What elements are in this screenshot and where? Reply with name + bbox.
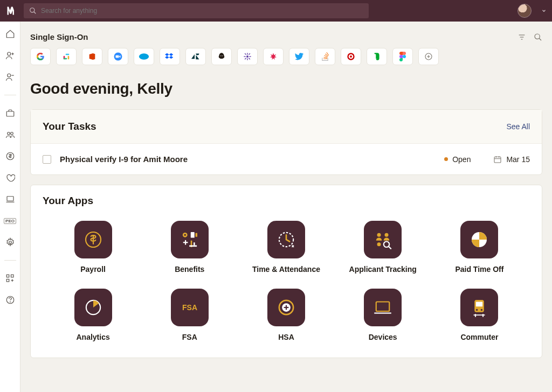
app-label: Devices (369, 333, 397, 341)
svg-rect-63 (189, 246, 197, 247)
apps-panel: Your Apps Payroll Benefits Time & Attend… (30, 185, 542, 358)
app-devices[interactable]: Devices (340, 289, 426, 341)
tasks-title: Your Tasks (43, 121, 96, 132)
app-label: FSA (182, 333, 197, 341)
svg-point-67 (385, 233, 389, 237)
svg-point-24 (535, 34, 540, 39)
svg-rect-38 (244, 56, 245, 57)
app-commuter[interactable]: Commuter (437, 289, 522, 341)
app-payroll[interactable]: Payroll (50, 221, 136, 274)
svg-rect-42 (249, 53, 250, 55)
svg-rect-51 (494, 157, 501, 163)
nav-add-person-icon[interactable] (5, 51, 15, 60)
app-label: Commuter (460, 333, 498, 341)
svg-rect-37 (247, 58, 247, 60)
svg-rect-43 (245, 58, 246, 59)
sso-google[interactable] (30, 48, 51, 65)
svg-point-13 (9, 241, 11, 244)
nav-people-icon[interactable] (5, 130, 15, 139)
app-applicant-tracking[interactable]: Applicant Tracking (340, 221, 426, 274)
sso-asterisk[interactable] (263, 48, 284, 65)
app-hsa[interactable]: HSA (243, 289, 329, 341)
calendar-icon (493, 155, 502, 164)
svg-point-5 (7, 74, 10, 77)
sso-slack[interactable] (56, 48, 77, 65)
task-date: Mar 15 (493, 155, 530, 164)
sso-zapier[interactable] (237, 48, 258, 65)
nav-money-icon[interactable] (5, 151, 15, 161)
sso-office[interactable] (82, 48, 102, 65)
svg-line-25 (539, 38, 541, 40)
svg-point-9 (10, 132, 13, 135)
greeting-text: Good evening, Kelly (30, 80, 542, 97)
nav-peo-icon[interactable]: PEO (5, 216, 15, 226)
app-fsa[interactable]: FSA FSA (147, 289, 232, 341)
svg-point-33 (220, 55, 221, 56)
task-row[interactable]: Physical verify I-9 for Amit Moore Open … (31, 144, 542, 174)
app-benefits[interactable]: Benefits (147, 221, 232, 274)
svg-rect-36 (247, 53, 247, 54)
svg-rect-40 (245, 53, 246, 55)
svg-rect-15 (11, 275, 13, 277)
nav-settings-icon[interactable] (5, 237, 15, 247)
sso-add-button[interactable] (418, 48, 439, 65)
task-status: Open (444, 155, 471, 164)
user-menu-chevron[interactable] (541, 8, 547, 13)
app-label: HSA (278, 333, 294, 341)
svg-rect-31 (116, 55, 119, 58)
svg-rect-27 (66, 54, 70, 55)
tasks-see-all-link[interactable]: See All (506, 122, 530, 131)
nav-heart-icon[interactable] (5, 173, 15, 183)
nav-help-icon[interactable] (5, 295, 15, 305)
svg-point-8 (7, 132, 10, 135)
svg-rect-39 (249, 56, 251, 57)
sso-mailchimp[interactable] (211, 48, 232, 65)
svg-rect-58 (191, 232, 195, 238)
svg-rect-64 (194, 242, 195, 245)
svg-point-2 (7, 52, 10, 55)
svg-line-1 (34, 12, 36, 14)
global-search[interactable] (24, 3, 369, 18)
sso-target[interactable] (341, 48, 361, 65)
svg-point-68 (377, 242, 381, 246)
sso-filter-icon[interactable] (518, 33, 526, 41)
svg-point-57 (184, 234, 186, 236)
sso-zoom[interactable] (108, 48, 128, 65)
svg-point-46 (350, 55, 352, 58)
svg-rect-7 (6, 111, 14, 116)
nav-remove-person-icon[interactable] (5, 72, 15, 82)
app-analytics[interactable]: Analytics (50, 289, 136, 341)
search-icon (29, 7, 37, 15)
nav-laptop-icon[interactable] (5, 194, 15, 204)
svg-rect-29 (64, 58, 67, 60)
sso-figma[interactable] (392, 48, 413, 65)
svg-point-0 (30, 8, 34, 12)
app-pto[interactable]: Paid Time Off (437, 221, 522, 274)
svg-point-32 (139, 53, 149, 60)
apps-title: Your Apps (43, 195, 530, 207)
sso-dropbox[interactable] (160, 48, 180, 65)
sso-evernote[interactable] (367, 48, 387, 65)
svg-rect-59 (195, 233, 197, 237)
search-input[interactable] (41, 7, 363, 15)
nav-apps-icon[interactable] (5, 274, 15, 283)
nav-company-icon[interactable] (5, 108, 15, 118)
app-label: Paid Time Off (455, 265, 503, 274)
sso-stackoverflow[interactable] (315, 48, 335, 65)
sso-search-icon[interactable] (534, 33, 542, 41)
svg-point-66 (377, 233, 381, 237)
nav-home-icon[interactable] (5, 29, 15, 39)
task-checkbox[interactable] (43, 155, 51, 164)
user-avatar[interactable] (518, 4, 532, 18)
sso-twitter[interactable] (289, 48, 309, 65)
brand-logo[interactable] (5, 5, 17, 17)
sso-salesforce[interactable] (134, 48, 154, 65)
svg-point-20 (10, 302, 10, 302)
svg-line-70 (389, 247, 391, 249)
sso-zendesk[interactable] (185, 48, 206, 65)
app-time-attendance[interactable]: Time & Attendance (243, 221, 329, 274)
svg-point-34 (222, 55, 223, 56)
app-label: Applicant Tracking (349, 265, 417, 274)
sso-app-row (30, 48, 542, 65)
svg-rect-28 (68, 56, 70, 60)
